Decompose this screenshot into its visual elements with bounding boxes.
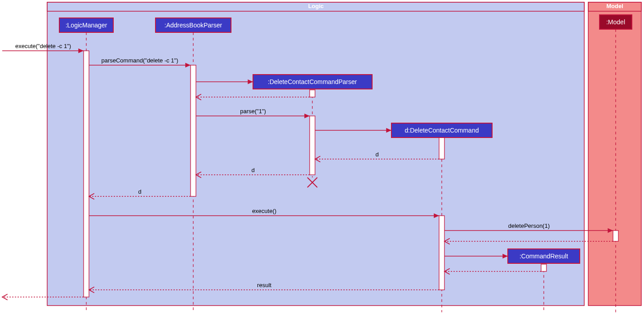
activation-dcc-create (439, 138, 444, 159)
participant-model-label: :Model (606, 18, 625, 26)
activation-address-book-parser (191, 65, 196, 196)
msg-parse-command-label: parseCommand("delete -c 1") (101, 57, 178, 64)
activation-dccp-create (310, 90, 315, 97)
activation-dccp-parse (310, 116, 315, 175)
participant-delete-contact-command-label: d:DeleteContactCommand (405, 127, 479, 134)
msg-execute-in-label: execute("delete -c 1") (15, 43, 71, 49)
frame-model-label: Model (606, 3, 623, 9)
participant-delete-contact-command-parser-label: :DeleteContactCommandParser (268, 78, 357, 85)
activation-dcc-execute (439, 216, 444, 290)
msg-delete-person-label: deletePerson(1) (508, 222, 550, 229)
msg-return-result-label: result (257, 282, 271, 288)
msg-return-d2-label: d (251, 167, 254, 173)
msg-execute2-label: execute() (252, 208, 276, 214)
activation-command-result (541, 264, 546, 271)
activation-model (613, 231, 618, 241)
sequence-diagram: Logic Model :LogicManager :AddressBookPa… (0, 0, 644, 315)
participant-logic-manager-label: :LogicManager (66, 22, 107, 29)
frame-model (588, 2, 641, 306)
msg-parse-label: parse("1") (240, 108, 266, 115)
participant-command-result-label: :CommandResult (520, 253, 568, 260)
msg-return-d3-label: d (138, 188, 141, 195)
activation-logic-manager (84, 51, 89, 297)
frame-logic-label: Logic (308, 3, 324, 9)
frame-logic (47, 2, 584, 306)
msg-return-d1-label: d (375, 151, 378, 158)
participant-address-book-parser-label: :AddressBookParser (164, 22, 222, 29)
